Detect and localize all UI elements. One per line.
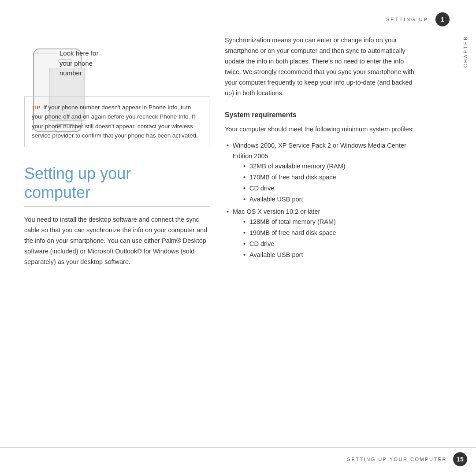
req-item-windows-label: Windows 2000, XP Service Pack 2 or Windo… — [233, 142, 406, 159]
req-sub-item: 128MB of total memory (RAM) — [242, 217, 419, 227]
req-sub-item: Available USB port — [242, 194, 419, 205]
sync-description: Synchronization means you can enter or c… — [225, 35, 419, 99]
sys-req-intro: Your computer should meet the following … — [225, 124, 419, 135]
callout-line2: your phone — [60, 60, 93, 67]
page-header: SETTING UP 1 — [386, 12, 450, 26]
requirements-list: Windows 2000, XP Service Pack 2 or Windo… — [225, 141, 419, 260]
callout-line1: Look here for — [60, 49, 98, 57]
req-item-mac-label: Mac OS X version 10.2 or later — [233, 208, 320, 215]
req-item-windows: Windows 2000, XP Service Pack 2 or Windo… — [225, 141, 419, 205]
right-column: Synchronization means you can enter or c… — [225, 35, 450, 262]
req-item-mac: Mac OS X version 10.2 or later 128MB of … — [225, 207, 419, 260]
system-requirements: System requirements Your computer should… — [225, 111, 419, 260]
section-title: Setting up your computer — [24, 164, 209, 202]
section-body: You need to install the desktop software… — [24, 215, 209, 268]
page: SETTING UP 1 CHAPTER Look here for your … — [0, 0, 476, 476]
req-sub-item: 190MB of free hard disk space — [242, 228, 419, 238]
req-sub-item: Available USB port — [242, 250, 419, 260]
tip-label: TIP — [32, 105, 41, 110]
chapter-badge: 1 — [435, 12, 450, 26]
footer-text: SETTING UP YOUR COMPUTER — [347, 457, 447, 462]
page-footer: SETTING UP YOUR COMPUTER 15 — [0, 447, 476, 466]
chapter-vertical-label: CHAPTER — [463, 35, 468, 68]
req-sub-item: 170MB of free hard disk space — [242, 172, 419, 182]
tip-text: If your phone number doesn't appear in P… — [32, 104, 198, 139]
section-heading: Setting up your computer You need to ins… — [24, 164, 209, 268]
header-title: SETTING UP — [386, 17, 428, 22]
phone-callout: Look here for your phone number — [60, 48, 209, 78]
footer-page-badge: 15 — [453, 452, 467, 466]
section-title-line2: computer — [24, 183, 90, 201]
req-sub-item: CD drive — [242, 239, 419, 249]
callout-text: Look here for your phone number — [60, 48, 209, 78]
left-column: Look here for your phone number TIPIf yo… — [24, 35, 209, 268]
req-sub-item: 32MB of available memory (RAM) — [242, 161, 419, 171]
tip-box: TIPIf your phone number doesn't appear i… — [24, 96, 209, 147]
chapter-number: 1 — [441, 16, 444, 23]
sys-req-heading: System requirements — [225, 111, 419, 119]
footer-page-number: 15 — [457, 456, 464, 463]
req-sublist-windows: 32MB of available memory (RAM) 170MB of … — [242, 161, 419, 205]
req-sublist-mac: 128MB of total memory (RAM) 190MB of fre… — [242, 217, 419, 260]
callout-line — [33, 53, 57, 53]
section-title-line1: Setting up your — [24, 164, 131, 182]
req-sub-item: CD drive — [242, 183, 419, 193]
section-divider — [24, 206, 209, 207]
callout-line3: number — [60, 69, 82, 77]
